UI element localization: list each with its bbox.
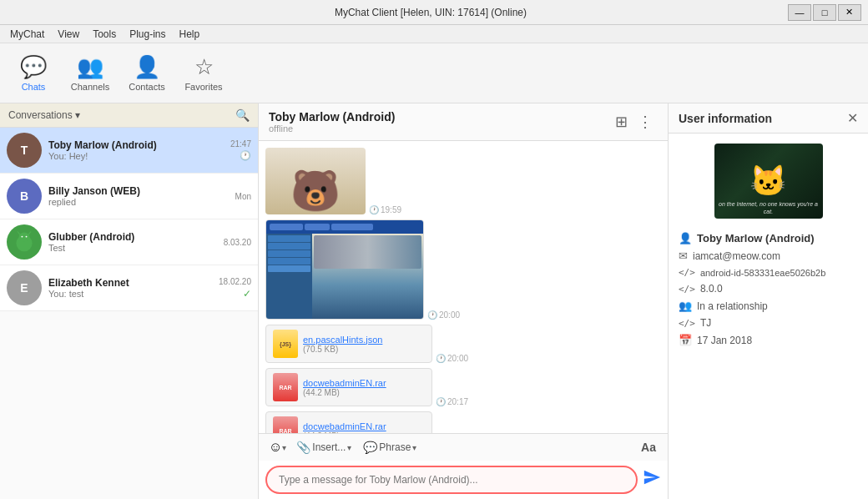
toolbar-channels[interactable]: 👥 Channels <box>63 48 117 98</box>
conv-name-toby: Toby Marlow (Android) <box>48 139 224 151</box>
user-avatar-container: 🐱 on the Internet, no one knows you're a… <box>669 134 868 229</box>
menubar: MyChat View Tools Plug-ins Help <box>0 25 868 43</box>
messages-area: 🐻 🕐 19:59 <box>259 141 668 433</box>
conv-item-glubber[interactable]: Glubber (Android) Test 8.03.20 <box>0 219 258 265</box>
content-area: Conversations ▾ 🔍 T Toby Marlow (Android… <box>0 103 868 499</box>
user-timezone: TJ <box>700 317 711 329</box>
file-info-json: en.pascalHints.json (70.5 KB) <box>303 335 382 354</box>
msg-time-rar1: 🕐 20:17 <box>436 397 468 406</box>
conv-preview-toby: You: Hey! <box>48 151 224 161</box>
conv-info-glubber: Glubber (Android) Test <box>48 231 217 253</box>
paperclip-icon: 📎 <box>296 441 310 454</box>
user-info-close-button[interactable]: ✕ <box>847 110 858 126</box>
user-info-header: User information ✕ <box>669 103 868 134</box>
conv-time-toby: 21:47 <box>230 139 251 149</box>
titlebar-title: MyChat Client [Helen, UIN: 17614] (Onlin… <box>335 7 527 18</box>
chat-grid-button[interactable]: ⊞ <box>610 111 633 133</box>
msg-time-screenshot: 🕐 20:00 <box>427 310 460 320</box>
conv-preview-glubber: Test <box>48 243 217 253</box>
conv-item-elizabeth[interactable]: E Elizabeth Kennet You: test 18.02.20 ✓ <box>0 265 258 311</box>
toolbar-contacts[interactable]: 👤 Contacts <box>120 48 174 98</box>
user-person-icon: 👤 <box>679 232 692 244</box>
menu-tools[interactable]: Tools <box>86 28 123 40</box>
device-icon: </> <box>679 267 695 278</box>
avatar-billy: B <box>7 179 42 214</box>
conv-name-billy: Billy Janson (WEB) <box>48 185 229 197</box>
user-device-row: </> android-id-583331eae5026b2b <box>679 267 858 278</box>
rar-file-icon-1: RAR <box>273 373 298 401</box>
user-relationship: In a relationship <box>697 300 768 312</box>
file-size-json: (70.5 KB) <box>303 345 382 354</box>
conv-meta-elizabeth: 18.02.20 ✓ <box>219 277 251 300</box>
relationship-icon: 👥 <box>679 300 692 312</box>
json-file-icon: {JS} <box>273 330 298 358</box>
msg-row-screenshot: 🕐 20:00 <box>265 219 661 320</box>
rar-file-icon-2: RAR <box>273 416 298 433</box>
menu-help[interactable]: Help <box>173 28 207 40</box>
avatar-toby: T <box>7 133 42 168</box>
conv-check-elizabeth: ✓ <box>243 288 251 300</box>
phrase-dropdown-arrow: ▾ <box>412 443 416 452</box>
conv-name-elizabeth: Elizabeth Kennet <box>48 277 212 289</box>
file-name-rar1[interactable]: docwebadminEN.rar <box>303 378 386 388</box>
user-os-row: </> 8.0.0 <box>679 283 858 295</box>
menu-view[interactable]: View <box>51 28 86 40</box>
emoji-dropdown[interactable]: ☺ ▾ <box>265 437 290 457</box>
msg-file-rar1[interactable]: RAR docwebadminEN.rar (44.2 MB) <box>265 368 432 406</box>
titlebar-controls[interactable]: — □ ✕ <box>788 4 861 21</box>
conv-item-billy[interactable]: B Billy Janson (WEB) replied Mon <box>0 174 258 219</box>
send-icon <box>643 468 661 486</box>
conv-info-billy: Billy Janson (WEB) replied <box>48 185 229 207</box>
conv-preview-billy: replied <box>48 197 229 207</box>
maximize-button[interactable]: □ <box>813 4 836 21</box>
conv-meta-glubber: 8.03.20 <box>224 238 251 247</box>
conv-item-toby[interactable]: T Toby Marlow (Android) You: Hey! 21:47 … <box>0 128 258 174</box>
msg-time-bear: 🕐 19:59 <box>369 205 401 214</box>
send-button[interactable] <box>643 468 661 491</box>
user-os: 8.0.0 <box>700 283 723 295</box>
message-input[interactable] <box>265 466 638 494</box>
minimize-button[interactable]: — <box>788 4 811 21</box>
toolbar-favorites[interactable]: ☆ Favorites <box>177 48 230 98</box>
toolbar-chats[interactable]: 💬 Chats <box>7 48 60 98</box>
email-icon: ✉ <box>679 250 688 262</box>
text-format-button[interactable]: Aa <box>636 439 661 456</box>
channels-label: Channels <box>71 82 109 92</box>
close-button[interactable]: ✕ <box>838 4 861 21</box>
msg-image-bear: 🐻 <box>265 148 366 214</box>
chats-icon: 💬 <box>20 54 47 80</box>
menu-mychat[interactable]: MyChat <box>3 28 51 40</box>
user-email: iamcat@meow.com <box>693 250 780 262</box>
channels-icon: 👥 <box>77 54 103 80</box>
chat-header: Toby Marlow (Android) offline ⊞ ⋮ <box>259 103 668 141</box>
file-name-json[interactable]: en.pascalHints.json <box>303 335 382 345</box>
chat-more-button[interactable]: ⋮ <box>633 111 658 133</box>
msg-file-rar2[interactable]: RAR docwebadminEN.rar (44.2 MB) <box>265 411 432 433</box>
conversations-dropdown-icon[interactable]: ▾ <box>75 109 80 121</box>
sidebar-header: Conversations ▾ 🔍 <box>0 103 258 128</box>
file-info-rar2: docwebadminEN.rar (44.2 MB) <box>303 421 386 434</box>
user-joined: 17 Jan 2018 <box>697 335 752 346</box>
user-relationship-row: 👥 In a relationship <box>679 300 858 312</box>
user-details: 👤 Toby Marlow (Android) ✉ iamcat@meow.co… <box>669 229 868 350</box>
user-device-id: android-id-583331eae5026b2b <box>700 268 825 278</box>
conv-preview-elizabeth: You: test <box>48 289 212 299</box>
contacts-icon: 👤 <box>134 54 160 80</box>
svg-point-3 <box>26 236 28 238</box>
sidebar-search-button[interactable]: 🔍 <box>235 108 250 122</box>
conv-meta-billy: Mon <box>235 192 251 201</box>
phrase-icon: 💬 <box>363 441 377 454</box>
message-input-row <box>259 461 668 499</box>
svg-point-2 <box>21 236 23 238</box>
conv-name-glubber: Glubber (Android) <box>48 231 217 243</box>
titlebar: MyChat Client [Helen, UIN: 17614] (Onlin… <box>0 0 868 25</box>
msg-file-json[interactable]: {JS} en.pascalHints.json (70.5 KB) <box>265 325 432 363</box>
menu-plugins[interactable]: Plug-ins <box>123 28 172 40</box>
file-size-rar1: (44.2 MB) <box>303 388 386 397</box>
insert-dropdown[interactable]: 📎 Insert... ▾ <box>291 438 356 456</box>
user-timezone-row: </> TJ <box>679 317 858 329</box>
phrase-dropdown[interactable]: 💬 Phrase ▾ <box>358 438 421 456</box>
user-name-row: 👤 Toby Marlow (Android) <box>679 232 858 244</box>
insert-label: Insert... <box>312 441 346 453</box>
file-name-rar2[interactable]: docwebadminEN.rar <box>303 421 386 431</box>
